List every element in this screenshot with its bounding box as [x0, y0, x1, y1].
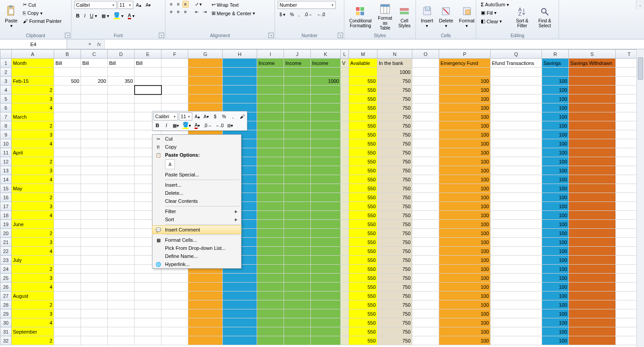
- cell-A26[interactable]: 4: [12, 283, 54, 291]
- cell-S17[interactable]: [569, 202, 616, 211]
- cell-E26[interactable]: [135, 283, 161, 291]
- cm-filter[interactable]: Filter▶: [153, 207, 241, 215]
- cell-N31[interactable]: 750: [377, 327, 412, 336]
- cell-K15[interactable]: [311, 184, 341, 193]
- cell-N19[interactable]: 750: [377, 220, 412, 229]
- cell-K27[interactable]: [311, 291, 341, 300]
- cell-H31[interactable]: [223, 327, 257, 336]
- cell-R14[interactable]: 100: [542, 175, 569, 184]
- cell-N27[interactable]: 750: [377, 291, 412, 300]
- column-header-H[interactable]: H: [223, 50, 257, 59]
- cell-S8[interactable]: [569, 121, 616, 130]
- cell-L15[interactable]: [341, 184, 349, 193]
- cell-S30[interactable]: [569, 318, 616, 327]
- cell-M10[interactable]: 550: [349, 139, 377, 148]
- cell-Q27[interactable]: [491, 291, 542, 300]
- cell-I20[interactable]: [257, 229, 284, 238]
- cell-C28[interactable]: [81, 300, 108, 309]
- cell-N23[interactable]: 750: [377, 256, 412, 265]
- row-header-23[interactable]: 23: [0, 256, 12, 265]
- cell-A24[interactable]: 2: [12, 265, 54, 274]
- cell-O30[interactable]: [412, 318, 439, 327]
- cell-N32[interactable]: 750: [377, 336, 412, 345]
- cell-H5[interactable]: [223, 94, 257, 103]
- cell-P9[interactable]: 100: [439, 130, 491, 139]
- column-header-K[interactable]: K: [311, 50, 341, 59]
- cell-D19[interactable]: [108, 220, 135, 229]
- cell-I9[interactable]: [257, 130, 284, 139]
- cell-R1[interactable]: Savings: [542, 59, 569, 68]
- cell-M5[interactable]: 550: [349, 94, 377, 103]
- number-format-select[interactable]: Number▼: [278, 1, 336, 9]
- name-box[interactable]: [0, 39, 67, 49]
- indent-increase-button[interactable]: ⇥: [201, 9, 208, 15]
- cell-C8[interactable]: [81, 121, 108, 130]
- cell-E1[interactable]: Bill: [135, 59, 161, 68]
- cell-Q30[interactable]: [491, 318, 542, 327]
- cell-D10[interactable]: [108, 139, 135, 148]
- cell-J29[interactable]: [284, 309, 311, 318]
- cell-R5[interactable]: 100: [542, 94, 569, 103]
- cell-S3[interactable]: [569, 77, 616, 86]
- mini-format-painter[interactable]: 🖌: [238, 112, 246, 120]
- cell-N8[interactable]: 750: [377, 121, 412, 130]
- mini-grow-font[interactable]: A▴: [193, 112, 201, 120]
- cell-F26[interactable]: [161, 283, 188, 291]
- cell-F3[interactable]: [161, 77, 188, 86]
- cell-G28[interactable]: [188, 300, 223, 309]
- formula-input[interactable]: [105, 39, 644, 49]
- cell-L7[interactable]: [341, 112, 349, 121]
- cell-A18[interactable]: 4: [12, 211, 54, 220]
- cell-R15[interactable]: 100: [542, 184, 569, 193]
- cell-J2[interactable]: [284, 68, 311, 77]
- cell-L10[interactable]: [341, 139, 349, 148]
- cell-A3[interactable]: Feb-15: [12, 77, 54, 86]
- cell-Q1[interactable]: Efund Transactions: [491, 59, 542, 68]
- cm-define-name[interactable]: Define Name...: [153, 252, 241, 260]
- cell-I5[interactable]: [257, 94, 284, 103]
- cell-P31[interactable]: 100: [439, 327, 491, 336]
- scrollbar-thumb[interactable]: [638, 57, 643, 80]
- cell-A17[interactable]: 3: [12, 202, 54, 211]
- cell-C5[interactable]: [81, 94, 108, 103]
- cell-S2[interactable]: [569, 68, 616, 77]
- cell-G27[interactable]: [188, 291, 223, 300]
- cell-Q3[interactable]: [491, 77, 542, 86]
- row-header-17[interactable]: 17: [0, 202, 12, 211]
- alignment-dialog-launcher[interactable]: ↘: [268, 33, 274, 38]
- cell-R22[interactable]: 100: [542, 247, 569, 256]
- cell-D11[interactable]: [108, 148, 135, 157]
- cell-N3[interactable]: 750: [377, 77, 412, 86]
- cell-B29[interactable]: [54, 309, 81, 318]
- cell-R13[interactable]: 100: [542, 166, 569, 175]
- cell-O19[interactable]: [412, 220, 439, 229]
- cell-L23[interactable]: [341, 256, 349, 265]
- cell-J11[interactable]: [284, 148, 311, 157]
- cm-insert[interactable]: Insert...: [153, 181, 241, 189]
- cell-O31[interactable]: [412, 327, 439, 336]
- cell-J25[interactable]: [284, 274, 311, 283]
- cell-I10[interactable]: [257, 139, 284, 148]
- cell-K30[interactable]: [311, 318, 341, 327]
- cell-G31[interactable]: [188, 327, 223, 336]
- cell-Q26[interactable]: [491, 283, 542, 291]
- format-button[interactable]: Format▾: [457, 1, 477, 33]
- cell-B4[interactable]: [54, 86, 81, 94]
- cell-G5[interactable]: [188, 94, 223, 103]
- font-name-select[interactable]: Calibri▼: [74, 1, 117, 9]
- cell-Q22[interactable]: [491, 247, 542, 256]
- cell-O22[interactable]: [412, 247, 439, 256]
- cell-O3[interactable]: [412, 77, 439, 86]
- align-left-button[interactable]: ≡: [168, 9, 174, 15]
- mini-fill-color[interactable]: 🪣▾: [181, 121, 192, 129]
- spreadsheet-grid[interactable]: ABCDEFGHIJKLMNOPQRST1MonthBillBillBillBi…: [0, 49, 644, 347]
- cell-S27[interactable]: [569, 291, 616, 300]
- cell-Q19[interactable]: [491, 220, 542, 229]
- cell-J18[interactable]: [284, 211, 311, 220]
- cell-P29[interactable]: 100: [439, 309, 491, 318]
- cell-B1[interactable]: Bill: [54, 59, 81, 68]
- cell-S24[interactable]: [569, 265, 616, 274]
- cell-R6[interactable]: 100: [542, 103, 569, 112]
- row-header-4[interactable]: 4: [0, 86, 12, 94]
- cell-I3[interactable]: [257, 77, 284, 86]
